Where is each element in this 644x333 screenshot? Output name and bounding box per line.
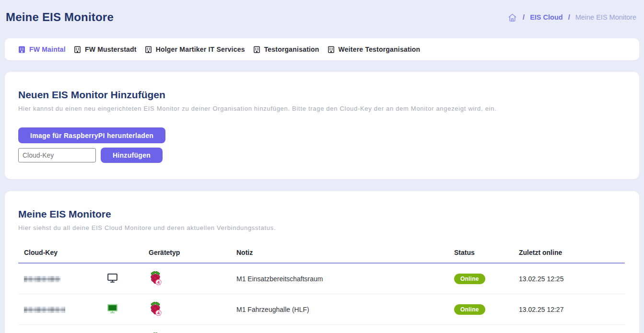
cloud-key-row: Hinzufügen (18, 148, 626, 163)
raspberry-pi-icon: 4 (149, 271, 162, 285)
monitor-note: M1 Einsatzbereitschaftsraum (231, 263, 448, 294)
tab-label: FW Musterstadt (85, 46, 137, 53)
monitors-card-title: Meine EIS Monitore (18, 208, 626, 220)
monitor-note: M1 Fahrzeughalle (Umkleide) (231, 325, 448, 333)
header-zuletzt-online: Zuletzt online (513, 244, 625, 263)
tab-label: FW Maintal (29, 46, 66, 53)
building-icon (253, 46, 260, 53)
table-row: 4 M1 Fahrzeughalle (Umkleide) Online 13.… (18, 325, 625, 333)
tab-holger-martiker-it-services[interactable]: Holger Martiker IT Services (145, 46, 245, 53)
header-status: Status (448, 244, 513, 263)
tab-testorganisation[interactable]: Testorganisation (253, 46, 319, 53)
monitor-green-icon (107, 304, 118, 314)
building-icon (74, 46, 81, 53)
table-row: 4 M1 Fahrzeughalle (HLF) Online 13.02.25… (18, 294, 625, 325)
cloud-key-censored (24, 276, 60, 282)
monitors-card: Meine EIS Monitore Hier siehst du all de… (5, 191, 639, 333)
home-icon[interactable] (507, 12, 517, 23)
raspberry-pi-version-badge: 4 (157, 310, 160, 315)
page-header: Meine EIS Monitore / EIS Cloud / Meine E… (0, 0, 644, 24)
header-screen (97, 244, 127, 263)
cloud-key-censored (24, 307, 65, 313)
download-raspberrypi-image-button[interactable]: Image für RaspberryPI herunterladen (18, 127, 165, 143)
monitor-outline-icon (107, 273, 118, 283)
header-geraetetyp: Gerätetyp (127, 244, 231, 263)
table-header-row: Cloud-Key Gerätetyp Notiz Status Zuletzt… (18, 244, 625, 263)
raspberry-pi-version-badge: 4 (157, 280, 160, 285)
breadcrumb-separator: / (523, 13, 525, 21)
last-online: 13.02.25 12:25 (513, 263, 625, 294)
header-cloud-key: Cloud-Key (18, 244, 97, 263)
raspberry-pi-icon: 4 (149, 301, 162, 316)
add-monitor-card-subtitle: Hier kannst du einen neu eingerichteten … (18, 105, 626, 112)
table-row: 4 M1 Einsatzbereitschaftsraum Online 13.… (18, 263, 625, 294)
breadcrumb-eis-cloud[interactable]: EIS Cloud (530, 13, 562, 21)
status-badge: Online (454, 304, 485, 315)
add-monitor-card-title: Neuen EIS Monitor Hinzufügen (18, 89, 626, 101)
header-notiz: Notiz (231, 244, 448, 263)
organization-tab-bar: FW Maintal FW Musterstadt Holger Martike… (5, 38, 639, 60)
tab-weitere-testorganisation[interactable]: Weitere Testorganisation (328, 46, 421, 53)
building-icon (18, 46, 25, 53)
tab-label: Weitere Testorganisation (339, 46, 421, 53)
tab-label: Testorganisation (264, 46, 319, 53)
tab-fw-musterstadt[interactable]: FW Musterstadt (74, 46, 137, 53)
last-online: 13.02.25 12:27 (513, 325, 625, 333)
cloud-key-input[interactable] (18, 148, 96, 162)
monitors-table: Cloud-Key Gerätetyp Notiz Status Zuletzt… (18, 244, 625, 333)
breadcrumb-current-page: Meine EIS Monitore (575, 13, 636, 21)
status-badge: Online (454, 274, 485, 284)
building-icon (145, 46, 152, 53)
breadcrumb-separator: / (568, 13, 570, 21)
monitors-card-subtitle: Hier siehst du all deine EIS Cloud Monit… (18, 224, 626, 231)
page-title: Meine EIS Monitore (6, 11, 114, 24)
tab-fw-maintal[interactable]: FW Maintal (18, 46, 66, 53)
building-icon (328, 46, 335, 53)
last-online: 13.02.25 12:27 (513, 294, 625, 325)
monitor-note: M1 Fahrzeughalle (HLF) (231, 294, 448, 325)
add-monitor-button[interactable]: Hinzufügen (101, 148, 163, 163)
tab-label: Holger Martiker IT Services (156, 46, 245, 53)
breadcrumb: / EIS Cloud / Meine EIS Monitore (507, 12, 636, 23)
add-monitor-card: Neuen EIS Monitor Hinzufügen Hier kannst… (5, 72, 639, 179)
page: Meine EIS Monitore / EIS Cloud / Meine E… (0, 0, 644, 333)
